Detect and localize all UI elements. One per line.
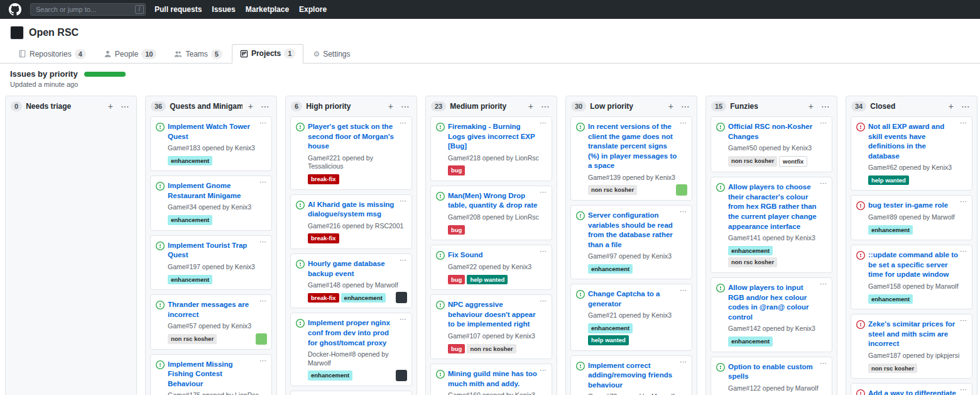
card-title-link[interactable]: Mining guild mine has too much mith and … xyxy=(448,369,539,389)
column-menu-button[interactable]: ⋯ xyxy=(679,102,692,111)
issue-card[interactable]: ⋯Option to enable custom spellsGame#122 … xyxy=(710,357,832,395)
card-menu-button[interactable]: ⋯ xyxy=(960,386,967,394)
card-menu-button[interactable]: ⋯ xyxy=(960,198,967,206)
issue-card[interactable]: ⋯Fix SoundGame#22 opened by Kenix3bughel… xyxy=(430,245,552,290)
nav-issues[interactable]: Issues xyxy=(212,5,235,14)
card-title-link[interactable]: Fix Sound xyxy=(448,250,483,260)
tab-teams[interactable]: Teams 5 xyxy=(166,44,230,64)
issue-card[interactable]: ⋯Firemaking - Burning Logs gives incorre… xyxy=(430,116,552,181)
issue-card[interactable]: ⋯Man(Men) Wrong Drop table, quantity & d… xyxy=(430,186,552,240)
card-menu-button[interactable]: ⋯ xyxy=(540,366,547,374)
issue-card[interactable]: ⋯Implement Missing Fishing Contest Behav… xyxy=(150,354,272,395)
card-menu-button[interactable]: ⋯ xyxy=(259,297,267,305)
card-menu-button[interactable]: ⋯ xyxy=(820,119,827,127)
tab-settings[interactable]: ⚙ Settings xyxy=(305,44,358,64)
card-menu-button[interactable]: ⋯ xyxy=(540,247,547,255)
card-title-link[interactable]: Hourly game database backup event xyxy=(308,259,399,279)
add-card-button[interactable]: + xyxy=(386,102,395,111)
card-menu-button[interactable]: ⋯ xyxy=(259,178,267,186)
column-menu-button[interactable]: ⋯ xyxy=(259,102,271,111)
card-title-link[interactable]: Al Kharid gate is missing dialogue/syste… xyxy=(308,200,399,220)
add-card-button[interactable]: + xyxy=(526,102,535,111)
card-menu-button[interactable]: ⋯ xyxy=(259,119,267,127)
card-title-link[interactable]: Server configuration variables should be… xyxy=(588,211,679,250)
nav-pull-requests[interactable]: Pull requests xyxy=(155,5,202,14)
card-title-link[interactable]: Not all EXP award and skill events have … xyxy=(868,122,959,161)
column-menu-button[interactable]: ⋯ xyxy=(959,102,972,111)
card-menu-button[interactable]: ⋯ xyxy=(400,119,407,127)
card-title-link[interactable]: bug tester in-game role xyxy=(868,201,948,211)
column-menu-button[interactable]: ⋯ xyxy=(119,102,131,111)
search-input[interactable] xyxy=(30,3,146,16)
card-title-link[interactable]: Official RSC non-Kosher Changes xyxy=(728,122,819,142)
card-title-link[interactable]: Player's get stuck on the second floor o… xyxy=(308,122,399,152)
card-title-link[interactable]: In recent versions of the client the gam… xyxy=(588,122,679,171)
card-menu-button[interactable]: ⋯ xyxy=(960,119,967,127)
tab-repositories[interactable]: Repositories 4 xyxy=(10,44,94,64)
issue-card[interactable]: ⋯bug tester in-game roleGame#89 opened b… xyxy=(851,195,972,240)
issue-card[interactable]: ⋯Thrander messages are incorrectGame#57 … xyxy=(150,294,272,349)
card-menu-button[interactable]: ⋯ xyxy=(680,119,687,127)
issue-card[interactable]: ⋯Implement Tourist Trap QuestGame#197 op… xyxy=(150,235,272,290)
issue-card[interactable]: ⋯Not all EXP award and skill events have… xyxy=(851,116,972,191)
card-menu-button[interactable]: ⋯ xyxy=(400,256,407,264)
card-title-link[interactable]: NPC aggressive behaviour doesn't appear … xyxy=(448,300,539,330)
issue-card[interactable]: ⋯::update command able to be set a speci… xyxy=(851,245,972,309)
issue-card[interactable]: ⋯Implement Gnome Restaurant MinigameGame… xyxy=(150,175,272,230)
issue-card[interactable]: ⋯Zeke's scimitar prices for steel and mi… xyxy=(851,314,972,379)
card-title-link[interactable]: Implement Gnome Restaurant Minigame xyxy=(168,181,259,201)
card-menu-button[interactable]: ⋯ xyxy=(259,238,267,246)
card-menu-button[interactable]: ⋯ xyxy=(820,359,827,367)
add-card-button[interactable]: + xyxy=(807,102,815,111)
card-menu-button[interactable]: ⋯ xyxy=(259,357,267,365)
card-title-link[interactable]: Implement Tourist Trap Quest xyxy=(168,241,259,260)
column-menu-button[interactable]: ⋯ xyxy=(539,102,552,111)
card-menu-button[interactable]: ⋯ xyxy=(400,197,407,205)
card-title-link[interactable]: Implement correct adding/removing friend… xyxy=(588,361,679,391)
tab-people[interactable]: People 10 xyxy=(95,44,165,64)
card-menu-button[interactable]: ⋯ xyxy=(680,208,687,216)
issue-card[interactable]: ⋯Implement correct adding/removing frien… xyxy=(570,355,692,395)
card-title-link[interactable]: Implement Watch Tower Quest xyxy=(168,122,259,142)
github-logo-icon[interactable] xyxy=(9,3,21,16)
project-title[interactable]: Issues by priority xyxy=(10,69,78,79)
issue-card[interactable]: ⋯Allow players to input RGB and/or hex c… xyxy=(710,277,832,352)
add-card-button[interactable]: + xyxy=(947,102,956,111)
issue-card[interactable]: ⋯Hourly game database backup eventGame#1… xyxy=(290,253,412,308)
issue-card[interactable]: ⋯Player's get stuck on the second floor … xyxy=(290,116,412,190)
card-title-link[interactable]: ::update command able to be set a specif… xyxy=(868,250,959,280)
nav-explore[interactable]: Explore xyxy=(299,5,327,14)
issue-card[interactable]: ⋯Validate that a human is creating chara… xyxy=(290,391,412,395)
add-card-button[interactable]: + xyxy=(106,102,115,111)
card-title-link[interactable]: Man(Men) Wrong Drop table, quantity & dr… xyxy=(448,191,539,211)
card-menu-button[interactable]: ⋯ xyxy=(820,179,827,187)
card-title-link[interactable]: Change Captcha to a generator xyxy=(588,289,679,309)
card-menu-button[interactable]: ⋯ xyxy=(820,280,827,288)
nav-marketplace[interactable]: Marketplace xyxy=(246,5,289,14)
issue-card[interactable]: ⋯NPC aggressive behaviour doesn't appear… xyxy=(430,294,552,359)
card-title-link[interactable]: Option to enable custom spells xyxy=(728,362,819,382)
card-menu-button[interactable]: ⋯ xyxy=(540,297,547,305)
card-title-link[interactable]: Allow players to input RGB and/or hex co… xyxy=(728,283,819,322)
issue-card[interactable]: ⋯Al Kharid gate is missing dialogue/syst… xyxy=(290,194,412,249)
card-menu-button[interactable]: ⋯ xyxy=(680,358,687,366)
card-title-link[interactable]: Allow players to choose their character'… xyxy=(728,182,819,231)
org-avatar[interactable] xyxy=(10,26,24,40)
card-menu-button[interactable]: ⋯ xyxy=(540,119,547,127)
issue-card[interactable]: ⋯Mining guild mine has too much mith and… xyxy=(430,364,552,395)
card-title-link[interactable]: Implement proper nginx conf from dev int… xyxy=(308,318,399,348)
card-title-link[interactable]: Firemaking - Burning Logs gives incorrec… xyxy=(448,122,539,152)
issue-card[interactable]: ⋯Official RSC non-Kosher ChangesGame#50 … xyxy=(710,116,832,172)
card-menu-button[interactable]: ⋯ xyxy=(400,315,407,323)
issue-card[interactable]: ⋯Implement proper nginx conf from dev in… xyxy=(290,313,412,386)
issue-card[interactable]: ⋯Allow players to choose their character… xyxy=(710,177,832,273)
column-menu-button[interactable]: ⋯ xyxy=(819,102,832,111)
card-title-link[interactable]: Add a way to differentiate between dev a… xyxy=(868,389,959,395)
add-card-button[interactable]: + xyxy=(246,102,255,111)
card-title-link[interactable]: Implement Missing Fishing Contest Behavi… xyxy=(168,360,259,389)
card-title-link[interactable]: Zeke's scimitar prices for steel and mit… xyxy=(868,320,959,349)
add-card-button[interactable]: + xyxy=(667,102,675,111)
issue-card[interactable]: ⋯Server configuration variables should b… xyxy=(570,205,692,279)
org-name[interactable]: Open RSC xyxy=(29,27,79,38)
issue-card[interactable]: ⋯Change Captcha to a generatorGame#21 op… xyxy=(570,284,692,350)
